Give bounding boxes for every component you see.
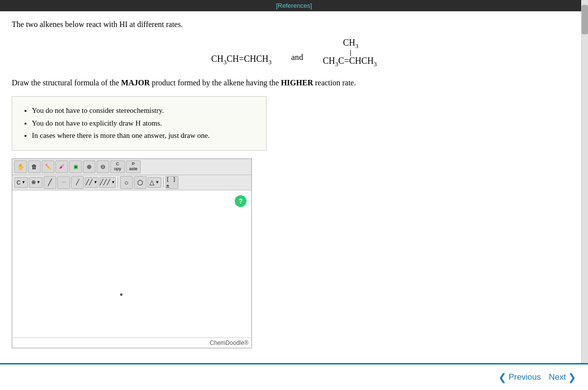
instruction-item-1: You do not have to consider stereochemis… — [32, 104, 256, 117]
paste-button[interactable]: Paste — [126, 160, 141, 173]
toolbar-sep-2 — [163, 177, 164, 188]
chevron-right-icon: ❯ — [568, 371, 576, 383]
instructions-box: You do not have to consider stereochemis… — [12, 96, 267, 151]
carbon-dropdown[interactable]: C ▼ — [14, 177, 28, 188]
chemdoodle-label: ChemDoodle® — [12, 338, 251, 348]
references-link[interactable]: [References] — [276, 2, 312, 9]
canvas-dot — [120, 293, 122, 296]
lasso-button[interactable]: ✏️ — [42, 160, 54, 173]
copy-button[interactable]: Copy — [110, 160, 125, 173]
bold-bond-button[interactable]: ╱ — [71, 176, 84, 189]
structure-2-top-group: CH3 — [343, 38, 359, 56]
canvas-area[interactable]: ? — [12, 190, 251, 338]
dashed-bond-button[interactable]: ⋯ — [57, 176, 70, 189]
instructions-list: You do not have to consider stereochemis… — [22, 104, 256, 142]
toolbar-bottom: C ▼ ⊕ ▼ ╱ ⋯ ╱ ╱╱ ▼ ╱╱╱ ▼ ○ ⬡ △ ▼ [ ]± — [12, 175, 251, 190]
hexagon-button[interactable]: ⬡ — [134, 176, 147, 189]
previous-label: Previous — [509, 372, 541, 382]
bottom-nav: ❮ Previous Next ❯ — [0, 363, 588, 390]
charge-bracket-button[interactable]: [ ]± — [166, 176, 178, 189]
circle-button[interactable]: ○ — [120, 176, 133, 189]
next-label: Next — [549, 372, 566, 382]
structure-2-top-formula: CH3 — [343, 38, 359, 50]
erase-bond-button[interactable]: 🖌 — [55, 160, 68, 173]
structures-area: CH3CH=CHCH3 and CH3 CH3C=CHCH3 — [12, 38, 576, 68]
structure-1: CH3CH=CHCH3 — [211, 39, 271, 66]
toolbar-top: ✋ 🗑 ✏️ 🖌 ▣ ⊕ ⊖ Copy Paste — [12, 159, 251, 175]
zoom-in-button[interactable]: ⊕ — [83, 160, 96, 173]
plus-dropdown[interactable]: ⊕ ▼ — [29, 177, 43, 188]
top-bar: [References] — [0, 0, 588, 11]
triple-bond-button[interactable]: ╱╱╱ ▼ — [99, 177, 116, 188]
structure-2: CH3 CH3C=CHCH3 — [323, 38, 377, 68]
double-bond-button[interactable]: ╱╱ ▼ — [85, 177, 98, 188]
structure-2-base-formula: CH3C=CHCH3 — [323, 56, 377, 68]
vertical-bond — [350, 50, 351, 56]
instruction-item-3: In cases where there is more than one an… — [32, 130, 256, 142]
and-text: and — [291, 44, 303, 62]
green-tool-button[interactable]: ▣ — [69, 160, 82, 173]
chevron-left-icon: ❮ — [498, 371, 507, 383]
single-bond-button[interactable]: ╱ — [44, 176, 56, 189]
intro-text: The two alkenes below react with HI at d… — [12, 20, 576, 29]
drawing-area: ✋ 🗑 ✏️ 🖌 ▣ ⊕ ⊖ Copy Paste C ▼ — [12, 158, 252, 348]
previous-button[interactable]: ❮ Previous — [498, 371, 541, 383]
hand-tool-button[interactable]: ✋ — [14, 160, 27, 173]
toolbar-sep-1 — [118, 177, 118, 188]
help-button[interactable]: ? — [235, 195, 246, 207]
help-symbol: ? — [239, 197, 243, 205]
question-text: Draw the structural formula of the MAJOR… — [12, 78, 576, 87]
polygon-dropdown[interactable]: △ ▼ — [147, 177, 161, 188]
zoom-out-button[interactable]: ⊖ — [97, 160, 109, 173]
main-content: The two alkenes below react with HI at d… — [0, 11, 588, 348]
instruction-item-2: You do not have to explicitly draw H ato… — [32, 117, 256, 130]
next-button[interactable]: Next ❯ — [549, 371, 576, 383]
eraser-button[interactable]: 🗑 — [28, 160, 41, 173]
